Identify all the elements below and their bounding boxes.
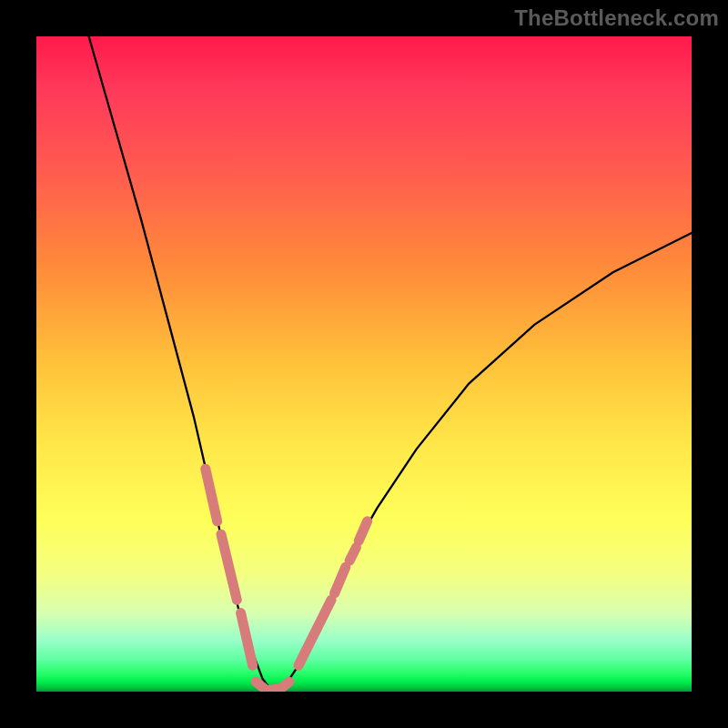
- highlight-segment: [283, 682, 289, 687]
- highlight-segment: [359, 521, 367, 541]
- curve-svg: [36, 36, 692, 692]
- highlight-segment: [221, 534, 237, 600]
- watermark-text: TheBottleneck.com: [514, 5, 719, 31]
- highlight-segments: [206, 469, 368, 690]
- curve-left-branch: [89, 36, 273, 692]
- chart-frame: TheBottleneck.com: [0, 0, 728, 728]
- highlight-segment: [349, 548, 356, 561]
- highlight-segment: [241, 613, 253, 666]
- highlight-segment: [298, 600, 331, 665]
- curve-right-branch: [272, 233, 692, 692]
- highlight-segment: [206, 469, 217, 521]
- bottleneck-curve: [89, 36, 692, 692]
- plot-area: [36, 36, 692, 692]
- highlight-segment: [335, 567, 346, 593]
